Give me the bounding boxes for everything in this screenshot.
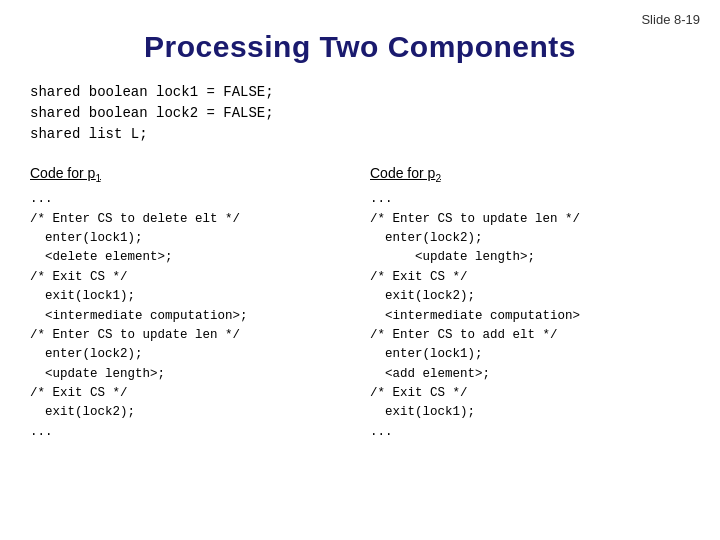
col2: Code for p2 ... /* Enter CS to update le… — [370, 163, 690, 442]
col1-header-text: Code for p1 — [30, 165, 101, 181]
shared-variables: shared boolean lock1 = FALSE; shared boo… — [30, 82, 690, 145]
col1-header: Code for p1 — [30, 163, 350, 186]
slide-title: Processing Two Components — [30, 30, 690, 64]
shared-var-line2: shared boolean lock2 = FALSE; — [30, 103, 690, 124]
col1-code: ... /* Enter CS to delete elt */ enter(l… — [30, 190, 350, 442]
shared-var-line1: shared boolean lock1 = FALSE; — [30, 82, 690, 103]
col1: Code for p1 ... /* Enter CS to delete el… — [30, 163, 350, 442]
col1-sub: 1 — [95, 173, 101, 184]
col2-code: ... /* Enter CS to update len */ enter(l… — [370, 190, 690, 442]
shared-var-line3: shared list L; — [30, 124, 690, 145]
two-column-section: Code for p1 ... /* Enter CS to delete el… — [30, 163, 690, 442]
slide-number: Slide 8-19 — [641, 12, 700, 27]
slide: Slide 8-19 Processing Two Components sha… — [0, 0, 720, 540]
col2-header-text: Code for p2 — [370, 165, 441, 181]
col2-header: Code for p2 — [370, 163, 690, 186]
col2-sub: 2 — [435, 173, 441, 184]
